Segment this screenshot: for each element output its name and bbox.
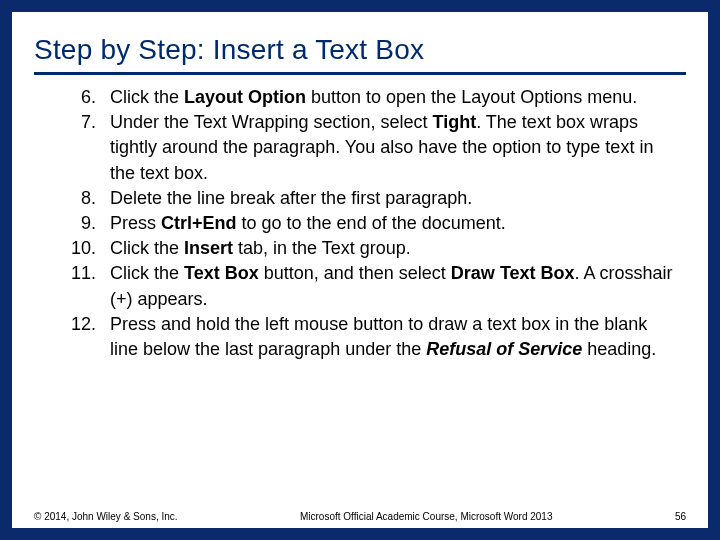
footer-copyright: © 2014, John Wiley & Sons, Inc.: [34, 511, 178, 522]
list-item: 8.Delete the line break after the first …: [34, 186, 686, 211]
step-number: 10.: [34, 236, 110, 261]
step-number: 8.: [34, 186, 110, 211]
footer: © 2014, John Wiley & Sons, Inc. Microsof…: [34, 511, 686, 522]
step-text: Press Ctrl+End to go to the end of the d…: [110, 211, 686, 236]
step-text: Delete the line break after the first pa…: [110, 186, 686, 211]
step-text: Press and hold the left mouse button to …: [110, 312, 686, 362]
step-number: 11.: [34, 261, 110, 286]
list-item: 12.Press and hold the left mouse button …: [34, 312, 686, 362]
footer-course: Microsoft Official Academic Course, Micr…: [178, 511, 675, 522]
list-item: 11.Click the Text Box button, and then s…: [34, 261, 686, 311]
list-item: 7.Under the Text Wrapping section, selec…: [34, 110, 686, 186]
footer-page-number: 56: [675, 511, 686, 522]
list-item: 10.Click the Insert tab, in the Text gro…: [34, 236, 686, 261]
step-number: 9.: [34, 211, 110, 236]
list-item: 6.Click the Layout Option button to open…: [34, 85, 686, 110]
step-text: Click the Text Box button, and then sele…: [110, 261, 686, 311]
list-item: 9.Press Ctrl+End to go to the end of the…: [34, 211, 686, 236]
page-title: Step by Step: Insert a Text Box: [34, 34, 686, 66]
step-text: Under the Text Wrapping section, select …: [110, 110, 686, 186]
step-text: Click the Layout Option button to open t…: [110, 85, 686, 110]
step-list: 6.Click the Layout Option button to open…: [34, 85, 686, 362]
step-text: Click the Insert tab, in the Text group.: [110, 236, 686, 261]
step-number: 7.: [34, 110, 110, 135]
step-number: 6.: [34, 85, 110, 110]
step-number: 12.: [34, 312, 110, 337]
title-rule: [34, 72, 686, 75]
slide: Step by Step: Insert a Text Box 6.Click …: [12, 12, 708, 528]
